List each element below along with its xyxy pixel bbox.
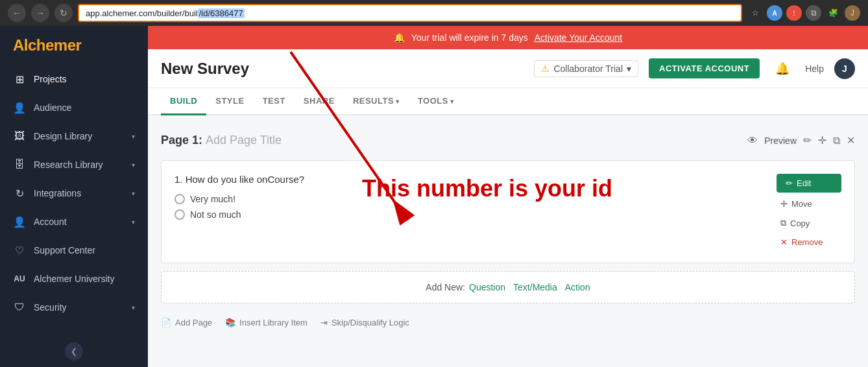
edit-button[interactable]: ✏ Edit bbox=[777, 174, 841, 193]
reload-button[interactable]: ↻ bbox=[54, 4, 73, 22]
back-button[interactable]: ← bbox=[8, 4, 26, 22]
trial-badge[interactable]: ⚠ Collaborator Trial ▾ bbox=[534, 60, 638, 77]
question-text: 1. How do you like onCourse? bbox=[175, 174, 769, 185]
add-text-media-link[interactable]: Text/Media bbox=[513, 282, 557, 292]
ext3-icon[interactable]: ⧉ bbox=[806, 5, 821, 21]
chevron-down-icon: ▾ bbox=[132, 161, 135, 169]
tab-test[interactable]: TEST bbox=[254, 88, 295, 115]
sidebar: Alchemer ⊞ Projects 👤 Audience 🖼 Design … bbox=[0, 26, 148, 367]
survey-title: New Survey bbox=[161, 60, 524, 78]
nav-tabs: BUILD STYLE TEST SHARE RESULTS TOOLS bbox=[148, 88, 868, 115]
sidebar-item-label: Audience bbox=[34, 102, 71, 113]
page-title: Page 1: Add Page Title bbox=[161, 134, 747, 147]
question-body: How do you like onCourse? bbox=[186, 174, 304, 185]
move-button[interactable]: ✛ Move bbox=[777, 196, 841, 211]
trial-label: Collaborator Trial bbox=[553, 64, 623, 74]
add-question-link[interactable]: Question bbox=[469, 282, 505, 292]
edit-icon: ✏ bbox=[786, 178, 793, 188]
tab-tools[interactable]: TOOLS bbox=[409, 88, 463, 115]
page-title-placeholder[interactable]: Add Page Title bbox=[206, 134, 282, 147]
copy-label: Copy bbox=[790, 219, 810, 228]
url-bar[interactable]: app.alchemer.com/builder/buil/id/6386477 bbox=[78, 4, 742, 22]
sidebar-item-support[interactable]: ♡ Support Center bbox=[0, 236, 148, 265]
action-panel: ✏ Edit ✛ Move ⧉ Copy ✕ R bbox=[777, 174, 841, 250]
url-highlight: /id/6386477 bbox=[198, 8, 245, 18]
user-avatar-browser[interactable]: J bbox=[845, 5, 860, 21]
sidebar-item-audience[interactable]: 👤 Audience bbox=[0, 93, 148, 122]
bookmark-icon[interactable]: ☆ bbox=[747, 5, 763, 21]
design-library-icon: 🖼 bbox=[13, 130, 26, 143]
insert-library-label: Insert Library Item bbox=[239, 318, 307, 327]
tab-build[interactable]: BUILD bbox=[161, 88, 206, 115]
research-library-icon: 🗄 bbox=[13, 158, 26, 171]
remove-icon: ✕ bbox=[780, 237, 788, 247]
skip-logic-hint[interactable]: ⇥ Skip/Disqualify Logic bbox=[320, 318, 409, 327]
radio-circle-2[interactable] bbox=[175, 209, 185, 220]
radio-option-1: Very much! bbox=[175, 194, 769, 204]
sidebar-item-label: Alchemer University bbox=[34, 274, 114, 284]
question-main: 1. How do you like onCourse? Very much! … bbox=[175, 174, 769, 250]
sidebar-item-university[interactable]: AU Alchemer University bbox=[0, 265, 148, 293]
forward-button[interactable]: → bbox=[31, 4, 49, 22]
chevron-down-icon: ▾ bbox=[132, 133, 135, 140]
sidebar-item-security[interactable]: 🛡 Security ▾ bbox=[0, 293, 148, 322]
move-icon[interactable]: ✛ bbox=[818, 134, 826, 147]
tab-results[interactable]: RESULTS bbox=[344, 88, 409, 115]
radio-circle-1[interactable] bbox=[175, 194, 185, 204]
pencil-icon[interactable]: ✏ bbox=[803, 134, 812, 147]
add-action-link[interactable]: Action bbox=[565, 282, 590, 292]
page-actions: 👁 Preview ✏ ✛ ⧉ ✕ bbox=[747, 134, 855, 147]
account-icon: 👤 bbox=[13, 215, 26, 228]
page-content: Page 1: Add Page Title 👁 Preview ✏ ✛ ⧉ ✕ bbox=[148, 115, 868, 367]
sidebar-item-label: Support Center bbox=[34, 245, 95, 255]
library-icon: 📚 bbox=[225, 318, 235, 327]
sidebar-item-label: Research Library bbox=[34, 160, 103, 170]
preview-label[interactable]: Preview bbox=[764, 136, 797, 146]
move-icon: ✛ bbox=[780, 199, 788, 209]
copy-page-icon[interactable]: ⧉ bbox=[833, 135, 840, 147]
collapse-sidebar-button[interactable]: ❮ bbox=[65, 342, 83, 361]
projects-icon: ⊞ bbox=[13, 73, 26, 86]
ext2-icon[interactable]: ! bbox=[786, 5, 802, 21]
sidebar-item-label: Design Library bbox=[34, 131, 92, 141]
option-label-1: Very much! bbox=[190, 194, 235, 204]
remove-button[interactable]: ✕ Remove bbox=[777, 235, 841, 250]
edit-label: Edit bbox=[797, 178, 811, 188]
close-page-icon[interactable]: ✕ bbox=[847, 134, 855, 147]
audience-icon: 👤 bbox=[13, 101, 26, 114]
sidebar-item-design-library[interactable]: 🖼 Design Library ▾ bbox=[0, 122, 148, 150]
skip-logic-label: Skip/Disqualify Logic bbox=[332, 318, 409, 327]
sidebar-item-projects[interactable]: ⊞ Projects bbox=[0, 65, 148, 93]
sidebar-item-account[interactable]: 👤 Account ▾ bbox=[0, 207, 148, 236]
ext4-icon[interactable]: 🧩 bbox=[825, 5, 841, 21]
sidebar-item-research-library[interactable]: 🗄 Research Library ▾ bbox=[0, 150, 148, 179]
sidebar-item-integrations[interactable]: ↻ Integrations ▾ bbox=[0, 179, 148, 207]
alert-banner: 🔔 Your trial will expire in 7 days Activ… bbox=[148, 26, 868, 49]
sidebar-item-label: Projects bbox=[34, 74, 67, 84]
shield-icon: 🛡 bbox=[13, 301, 26, 314]
main-content: 🔔 Your trial will expire in 7 days Activ… bbox=[148, 26, 868, 367]
tab-style[interactable]: STYLE bbox=[206, 88, 253, 115]
eye-icon[interactable]: 👁 bbox=[747, 135, 758, 147]
integrations-icon: ↻ bbox=[13, 187, 26, 200]
insert-library-hint[interactable]: 📚 Insert Library Item bbox=[225, 318, 307, 327]
add-page-hint[interactable]: 📄 Add Page bbox=[161, 318, 212, 327]
main-wrapper: This number is your id 🔔 Your trial will… bbox=[148, 26, 868, 367]
trial-chevron: ▾ bbox=[627, 64, 631, 74]
tab-share[interactable]: SHARE bbox=[295, 88, 344, 115]
logo-text: Alchemer bbox=[13, 36, 81, 54]
activate-account-button[interactable]: ACTIVATE ACCOUNT bbox=[649, 58, 760, 78]
topbar: New Survey ⚠ Collaborator Trial ▾ ACTIVA… bbox=[148, 49, 868, 88]
help-label[interactable]: Help bbox=[805, 64, 824, 74]
support-icon: ♡ bbox=[13, 244, 26, 257]
user-avatar[interactable]: J bbox=[834, 58, 855, 79]
add-new-bar: Add New: Question Text/Media Action bbox=[161, 271, 855, 303]
university-icon: AU bbox=[13, 272, 26, 285]
notification-bell-button[interactable]: 🔔 bbox=[770, 59, 795, 78]
activate-account-link[interactable]: Activate Your Account bbox=[535, 32, 622, 43]
ext1-icon[interactable]: A bbox=[767, 5, 782, 21]
copy-button[interactable]: ⧉ Copy bbox=[777, 215, 841, 231]
logo[interactable]: Alchemer bbox=[0, 26, 148, 65]
browser-chrome: ← → ↻ app.alchemer.com/builder/buil/id/6… bbox=[0, 0, 868, 26]
sidebar-item-label: Security bbox=[34, 302, 67, 313]
